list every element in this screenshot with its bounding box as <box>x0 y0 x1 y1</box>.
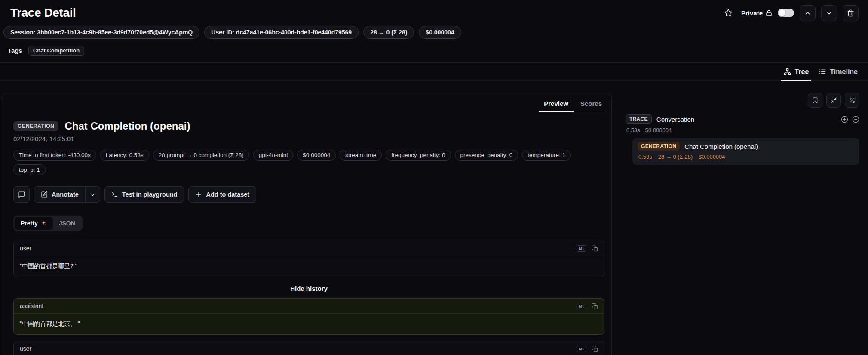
node-row: GENERATION Chat Completion (openai) <box>638 142 854 151</box>
node-metrics: 0.53s 28 → 0 (Σ 28) $0.000004 <box>638 154 854 160</box>
page-title: Trace Detail <box>10 6 76 20</box>
attribute-pill: gpt-4o-mini <box>253 150 294 161</box>
plus-circle-icon <box>841 116 848 123</box>
observation-body: GENERATION Chat Completion (openai) 02/1… <box>2 112 611 355</box>
user-id-badge[interactable]: User ID: dc47a41e-06bc-400d-bde1-f0e440d… <box>204 26 359 39</box>
copy-icon <box>592 346 598 352</box>
copy-button[interactable] <box>592 346 598 352</box>
privacy-toggle[interactable] <box>778 9 794 17</box>
delete-trace-button[interactable] <box>843 5 859 21</box>
toggle-knob <box>779 9 785 16</box>
format-json-button[interactable]: JSON <box>53 217 81 230</box>
message-user-1: user M↓ "中国的首都是哪里? " <box>13 241 604 277</box>
attribute-pill: Time to first token: -430.00s <box>13 150 96 161</box>
session-badge[interactable]: Session: 3bb00ec7-1b13-4c9b-85ee-3d9d70f… <box>3 26 199 39</box>
collapse-all-button[interactable] <box>826 93 841 108</box>
tab-preview[interactable]: Preview <box>538 96 574 112</box>
trace-tree-panel: TRACE Conversation <box>626 93 864 355</box>
view-tabs: Tree Timeline <box>0 63 868 81</box>
lock-icon <box>766 10 772 16</box>
tree-node-generation[interactable]: GENERATION Chat Completion (openai) 0.53… <box>632 138 859 165</box>
format-pretty-button[interactable]: Pretty <box>15 217 53 230</box>
markdown-toggle-button[interactable]: M↓ <box>577 346 586 352</box>
tab-timeline[interactable]: Timeline <box>814 63 863 80</box>
token-usage-badge: 28 → 0 (Σ 28) <box>363 26 414 39</box>
cost-badge: $0.000004 <box>419 26 461 39</box>
tags-label: Tags <box>8 47 22 54</box>
tag-badge[interactable]: Chat Competition <box>28 46 84 56</box>
generation-type-badge: GENERATION <box>638 142 680 151</box>
expand-all-button[interactable] <box>841 116 848 123</box>
attribute-pill: presence_penalty: 0 <box>455 150 518 161</box>
playground-label: Test in playground <box>122 191 178 198</box>
message-role: user <box>20 345 31 352</box>
terminal-icon <box>111 191 118 198</box>
add-to-dataset-button[interactable]: Add to dataset <box>188 186 256 203</box>
message-role: user <box>20 245 31 252</box>
sparkles-icon <box>41 220 47 226</box>
node-latency: 0.53s <box>638 154 652 160</box>
page-header: Trace Detail Private <box>0 0 868 23</box>
edit-icon <box>41 191 48 198</box>
observation-panel: Preview Scores GENERATION Chat Completio… <box>2 93 612 355</box>
message-user-2: user M↓ "谢谢" <box>13 341 604 355</box>
trace-cost: $0.000004 <box>645 127 672 133</box>
observation-header: GENERATION Chat Completion (openai) <box>13 120 600 132</box>
tree-expand-controls <box>841 116 859 123</box>
trace-title: Conversation <box>656 116 694 123</box>
tab-scores[interactable]: Scores <box>574 96 608 112</box>
message-tools: M↓ <box>577 245 598 252</box>
trace-detail-page: Trace Detail Private <box>0 0 868 355</box>
plus-icon <box>195 191 202 198</box>
minus-circle-icon <box>852 116 859 123</box>
message-tools: M↓ <box>577 303 598 309</box>
metrics-toggle-button[interactable] <box>845 93 859 108</box>
chevron-up-icon <box>804 9 811 17</box>
annotate-split-button: Annotate <box>34 186 100 203</box>
annotate-dropdown-button[interactable] <box>86 186 100 203</box>
timeline-icon <box>819 68 826 75</box>
observation-tabs: Preview Scores <box>538 96 608 112</box>
copy-button[interactable] <box>592 245 598 252</box>
observation-title: Chat Completion (openai) <box>64 120 190 132</box>
attribute-pill: Latency: 0.53s <box>100 150 149 161</box>
hide-history-button[interactable]: Hide history <box>13 283 604 292</box>
observation-timestamp: 02/12/2024, 14:25:01 <box>13 135 600 142</box>
tab-tree[interactable]: Tree <box>779 63 814 80</box>
comment-button[interactable] <box>13 186 30 203</box>
previous-trace-button[interactable] <box>800 5 816 21</box>
collapse-icon <box>830 97 837 104</box>
percent-icon <box>849 97 856 104</box>
message-content: "中国的首都是哪里? " <box>14 256 604 277</box>
chevron-down-icon <box>825 9 833 17</box>
next-trace-button[interactable] <box>821 5 837 21</box>
star-button[interactable] <box>721 6 736 20</box>
tab-timeline-label: Timeline <box>830 68 858 76</box>
message-header: user M↓ <box>14 341 604 355</box>
message-content: "中国的首都是北京。 " <box>14 314 604 334</box>
attribute-pill: frequency_penalty: 0 <box>386 150 451 161</box>
bookmark-icon <box>812 97 819 104</box>
trace-meta-row: Session: 3bb00ec7-1b13-4c9b-85ee-3d9d70f… <box>0 23 868 44</box>
message-assistant-1: assistant M↓ "中国的首都是北京。 " <box>13 298 604 335</box>
markdown-toggle-button[interactable]: M↓ <box>577 245 586 252</box>
annotate-button[interactable]: Annotate <box>34 186 86 203</box>
format-pretty-label: Pretty <box>21 220 38 227</box>
privacy-status: Private <box>741 9 772 17</box>
bookmark-button[interactable] <box>808 93 822 108</box>
trace-metrics: 0.53s $0.000004 <box>626 127 859 133</box>
markdown-toggle-button[interactable]: M↓ <box>577 303 586 309</box>
star-icon <box>724 9 733 17</box>
copy-icon <box>592 245 598 252</box>
node-tokens: 28 → 0 (Σ 28) <box>658 154 693 160</box>
copy-button[interactable] <box>592 303 598 309</box>
tags-row: Tags Chat Competition <box>0 44 868 63</box>
tab-tree-label: Tree <box>794 68 809 76</box>
node-title: Chat Completion (openai) <box>684 143 758 150</box>
observation-tabs-row: Preview Scores <box>2 93 611 112</box>
attribute-pill: $0.000004 <box>297 150 336 161</box>
trace-root-row[interactable]: TRACE Conversation <box>626 114 859 124</box>
test-in-playground-button[interactable]: Test in playground <box>104 186 184 203</box>
collapse-tree-button[interactable] <box>852 116 859 123</box>
message-role: assistant <box>20 303 43 309</box>
